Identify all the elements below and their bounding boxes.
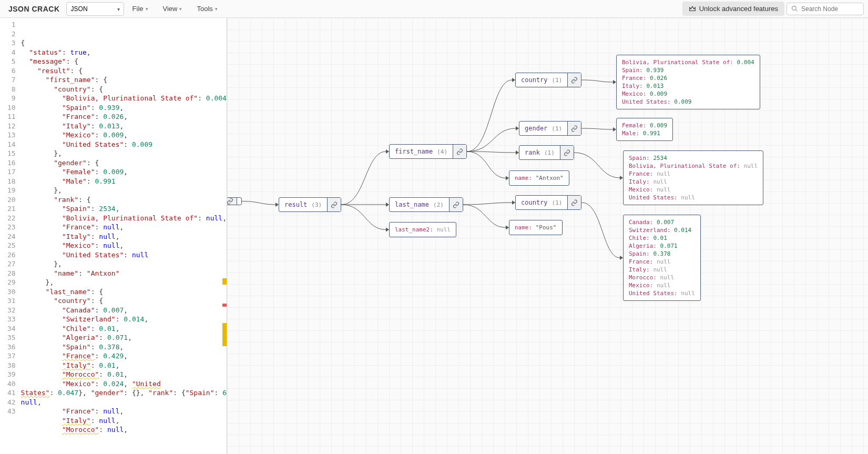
toolbar: JSON CRACK JSON File▾ View▾ Tools▾ Unloc… — [0, 0, 868, 18]
graph-node-first_name[interactable]: first_name(4) — [389, 144, 467, 159]
line-number: 26 — [0, 250, 16, 260]
line-number: 41 — [0, 388, 16, 398]
node-link-button[interactable] — [453, 145, 466, 158]
graph-node-country[interactable]: country(1) — [515, 195, 581, 210]
code-line[interactable]: "Italy": 0.013, — [21, 122, 227, 131]
data-row: Bolivia, Plurinational State of: null — [629, 162, 758, 170]
graph-node-root[interactable] — [227, 197, 242, 205]
node-link-button[interactable] — [567, 73, 581, 87]
node-link-button[interactable] — [227, 198, 237, 205]
line-number: 10 — [0, 103, 16, 113]
line-number: 18 — [0, 177, 16, 186]
code-line[interactable]: "United States": null — [21, 250, 227, 260]
data-row: United States: 0.009 — [622, 98, 754, 106]
code-line[interactable]: "Bolivia, Plurinational State of": 0.004 — [21, 94, 227, 103]
code-line[interactable]: }, — [21, 186, 227, 195]
crown-icon — [689, 5, 696, 13]
code-line[interactable]: "Bolivia, Plurinational State of": null, — [21, 214, 227, 223]
line-number: 34 — [0, 324, 16, 334]
graph-node-country[interactable]: country(1) — [515, 73, 581, 87]
search-icon — [791, 5, 798, 12]
code-line[interactable]: "Chile": 0.01, — [21, 324, 227, 334]
code-line[interactable]: "Switzerland": 0.014, — [21, 315, 227, 324]
graph-canvas[interactable]: result(3)first_name(4)last_name(2)last_n… — [227, 18, 868, 454]
code-line[interactable]: "message": { — [21, 57, 227, 66]
code-line[interactable]: "country": { — [21, 85, 227, 94]
menu-view[interactable]: View▾ — [157, 2, 189, 16]
graph-node-rank[interactable]: rank(1) — [519, 145, 574, 160]
code-line[interactable]: { — [21, 38, 227, 48]
format-select[interactable]: JSON — [66, 2, 124, 16]
code-line[interactable]: "gender": { — [21, 158, 227, 168]
editor-code[interactable]: { "status": true, "message": { "result":… — [21, 18, 227, 454]
editor-gutter: 1234567891011121314151617181920212223242… — [0, 18, 21, 454]
code-line[interactable]: "Canada": 0.007, — [21, 306, 227, 315]
line-number: 19 — [0, 186, 16, 195]
code-line[interactable]: "status": true, — [21, 48, 227, 57]
code-line[interactable]: }, — [21, 278, 227, 287]
search-node[interactable] — [787, 3, 864, 15]
code-line[interactable]: }, — [21, 149, 227, 158]
code-line[interactable]: "Male": 0.991 — [21, 177, 227, 186]
code-line[interactable]: "first_name": { — [21, 75, 227, 85]
code-line[interactable]: "Spain": 2534, — [21, 204, 227, 214]
node-link-button[interactable] — [567, 122, 581, 135]
svg-point-0 — [792, 6, 796, 11]
node-link-button[interactable] — [449, 198, 463, 211]
data-row: Italy: 0.013 — [622, 82, 754, 90]
search-input[interactable] — [801, 5, 859, 13]
code-line[interactable]: "France": null, — [21, 223, 227, 232]
graph-leaf-node[interactable]: last_name2: null — [389, 222, 456, 237]
code-line[interactable]: "result": { — [21, 66, 227, 76]
code-line[interactable]: "last_name": { — [21, 287, 227, 297]
code-line[interactable]: null, — [21, 398, 227, 407]
line-number: 33 — [0, 315, 16, 324]
graph-leaf-node[interactable]: name: "Antxon" — [509, 170, 569, 186]
code-line[interactable]: "Morocco": null, — [21, 425, 227, 435]
code-line[interactable]: "country": { — [21, 296, 227, 306]
graph-data-node[interactable]: Female: 0.009Male: 0.991 — [616, 118, 673, 141]
data-row: United States: null — [629, 289, 695, 297]
code-line[interactable]: "Morocco": 0.01, — [21, 370, 227, 379]
code-line[interactable]: "name": "Antxon" — [21, 269, 227, 278]
code-line[interactable]: "France": null, — [21, 407, 227, 416]
node-link-button[interactable] — [560, 146, 574, 159]
data-row: Mexico: null — [629, 281, 695, 289]
code-line[interactable]: States": 0.047}, "gender": {}, "rank": {… — [21, 388, 227, 398]
data-row: Italy: null — [629, 266, 695, 274]
code-line[interactable]: }, — [21, 259, 227, 269]
code-line[interactable]: "France": 0.026, — [21, 112, 227, 122]
line-number: 9 — [0, 94, 16, 103]
line-number: 40 — [0, 379, 16, 389]
graph-node-last_name[interactable]: last_name(2) — [389, 197, 463, 212]
code-line[interactable]: "Italy": null, — [21, 232, 227, 241]
code-line[interactable]: "Spain": 0.939, — [21, 103, 227, 113]
code-line[interactable]: "Mexico": null, — [21, 241, 227, 250]
graph-data-node[interactable]: Canada: 0.007Switzerland: 0.014Chile: 0.… — [623, 215, 701, 301]
line-number: 17 — [0, 167, 16, 177]
code-line[interactable]: "rank": { — [21, 195, 227, 205]
code-line[interactable]: "Italy": null, — [21, 416, 227, 426]
code-line[interactable]: "Mexico": 0.024, "United — [21, 379, 227, 389]
graph-leaf-node[interactable]: name: "Pous" — [509, 220, 563, 235]
code-line[interactable]: "Italy": 0.01, — [21, 361, 227, 370]
code-editor[interactable]: 1234567891011121314151617181920212223242… — [0, 18, 227, 454]
code-line[interactable]: "Female": 0.009, — [21, 167, 227, 177]
graph-data-node[interactable]: Bolivia, Plurinational State of: 0.004Sp… — [616, 55, 760, 109]
code-line[interactable]: "Mexico": 0.009, — [21, 130, 227, 140]
code-line[interactable]: "United States": 0.009 — [21, 140, 227, 149]
data-row: Spain: 2534 — [629, 154, 758, 162]
line-number: 5 — [0, 57, 16, 66]
node-link-button[interactable] — [327, 198, 341, 211]
node-link-button[interactable] — [567, 196, 581, 209]
unlock-button[interactable]: Unlock advanced features — [682, 2, 784, 16]
code-line[interactable]: "France": 0.429, — [21, 351, 227, 361]
graph-node-result[interactable]: result(3) — [279, 197, 341, 212]
code-line[interactable]: "Spain": 0.378, — [21, 342, 227, 352]
graph-node-gender[interactable]: gender(1) — [519, 121, 581, 136]
line-number: 21 — [0, 204, 16, 214]
menu-file[interactable]: File▾ — [126, 2, 155, 16]
code-line[interactable]: "Algeria": 0.071, — [21, 333, 227, 342]
menu-tools[interactable]: Tools▾ — [190, 2, 223, 16]
graph-data-node[interactable]: Spain: 2534Bolivia, Plurinational State … — [623, 150, 763, 205]
